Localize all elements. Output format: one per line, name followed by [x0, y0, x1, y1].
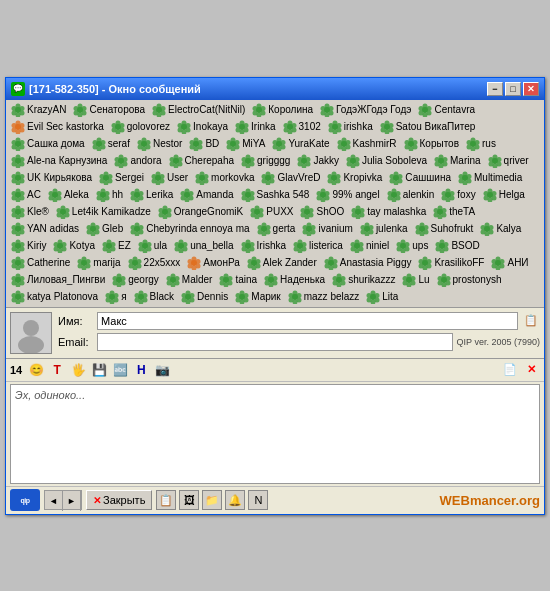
contact-item[interactable]: YAN adidas [8, 221, 82, 237]
contact-item[interactable]: hh [93, 187, 126, 203]
contact-item[interactable]: GlavVreD [258, 170, 323, 186]
contact-item[interactable]: qriver [485, 153, 532, 169]
status-icon-5[interactable]: N [248, 490, 268, 510]
contact-item[interactable]: BD [186, 136, 222, 152]
contact-item[interactable]: seraf [89, 136, 133, 152]
contact-item[interactable]: Multimedia [455, 170, 525, 186]
contact-item[interactable]: 22x5xxx [125, 255, 184, 271]
contact-item[interactable]: grigggg [238, 153, 293, 169]
maximize-button[interactable]: □ [505, 82, 521, 96]
save-icon[interactable]: 💾 [90, 361, 108, 379]
contact-item[interactable]: Sashka 548 [238, 187, 313, 203]
h-icon[interactable]: H [132, 361, 150, 379]
hand-icon[interactable]: 🖐 [69, 361, 87, 379]
contact-item[interactable]: Lita [363, 289, 401, 305]
name-icon[interactable]: 📋 [522, 312, 540, 330]
contact-item[interactable]: prostonysh [434, 272, 505, 288]
contact-item[interactable]: taina [216, 272, 260, 288]
smiley-icon[interactable]: 😊 [27, 361, 45, 379]
contact-item[interactable]: Evil Sec kastorka [8, 119, 107, 135]
status-icon-3[interactable]: 📁 [202, 490, 222, 510]
contact-item[interactable]: ShOO [297, 204, 347, 220]
window-close-button[interactable]: ✕ [523, 82, 539, 96]
contact-item[interactable]: gerta [254, 221, 299, 237]
contact-item[interactable]: Black [131, 289, 177, 305]
contact-item[interactable]: ГодэЖГодэ Годэ [317, 102, 414, 118]
contact-item[interactable]: shurikazzz [329, 272, 398, 288]
contact-item[interactable]: EZ [99, 238, 134, 254]
contact-item[interactable]: Kotya [50, 238, 98, 254]
contact-item[interactable]: ula [135, 238, 170, 254]
contact-item[interactable]: ups [393, 238, 431, 254]
contact-item[interactable]: KrazyAN [8, 102, 69, 118]
status-icon-4[interactable]: 🔔 [225, 490, 245, 510]
contact-item[interactable]: Kalya [477, 221, 524, 237]
contact-item[interactable]: listerica [290, 238, 346, 254]
contact-item[interactable]: Kropivka [324, 170, 385, 186]
contact-item[interactable]: OrangeGnomiK [155, 204, 246, 220]
photo-icon[interactable]: 📷 [153, 361, 171, 379]
contact-item[interactable]: Irinka [232, 119, 278, 135]
toolbar-close-icon[interactable]: ✕ [522, 361, 540, 379]
contact-item[interactable]: ivanium [299, 221, 355, 237]
contact-item[interactable]: Dennis [178, 289, 231, 305]
contact-item[interactable]: ElectroCat(NitNil) [149, 102, 248, 118]
font-icon[interactable]: T [48, 361, 66, 379]
contact-item[interactable]: marija [74, 255, 123, 271]
contact-item[interactable]: Irishka [238, 238, 289, 254]
contact-item[interactable]: Nestor [134, 136, 185, 152]
contact-item[interactable]: Марик [232, 289, 284, 305]
contact-item[interactable]: golovorez [108, 119, 173, 135]
name-input[interactable] [97, 312, 518, 330]
contact-item[interactable]: julenka [357, 221, 411, 237]
message-area[interactable]: Эх, одиноко... [10, 384, 540, 484]
contact-item[interactable]: mazz belazz [285, 289, 363, 305]
contact-item[interactable]: Centavra [415, 102, 478, 118]
contact-item[interactable]: Anastasia Piggy [321, 255, 415, 271]
contact-item[interactable]: User [148, 170, 191, 186]
contact-item[interactable]: andora [111, 153, 164, 169]
contact-item[interactable]: katya Platonova [8, 289, 101, 305]
contact-item[interactable]: Jakky [294, 153, 342, 169]
contact-item[interactable]: 3102 [280, 119, 324, 135]
contact-item[interactable]: Корытов [401, 136, 462, 152]
contact-item[interactable]: Лиловая_Пингви [8, 272, 108, 288]
contact-item[interactable]: АНИ [488, 255, 531, 271]
status-icon-1[interactable]: 📋 [156, 490, 176, 510]
contact-item[interactable]: Cherepaha [166, 153, 237, 169]
contact-item[interactable]: Julia Soboleva [343, 153, 430, 169]
contact-item[interactable]: Chebyrinda ennoya ma [127, 221, 252, 237]
contact-item[interactable]: UK Кирьякова [8, 170, 95, 186]
contact-item[interactable]: YuraKate [269, 136, 332, 152]
contact-item[interactable]: Satou ВикаПитер [377, 119, 479, 135]
contact-item[interactable]: Lu [399, 272, 432, 288]
contact-item[interactable]: BSOD [432, 238, 482, 254]
contact-item[interactable]: rus [463, 136, 499, 152]
contact-item[interactable]: Сашка дома [8, 136, 88, 152]
contact-item[interactable]: Сашшина [386, 170, 454, 186]
contact-item[interactable]: tay malashka [348, 204, 429, 220]
attach-icon[interactable]: 📄 [501, 361, 519, 379]
contact-item[interactable]: Inokaya [174, 119, 231, 135]
contact-item[interactable]: Alek Zander [244, 255, 320, 271]
contact-item[interactable]: alenkin [384, 187, 438, 203]
status-icon-2[interactable]: 🖼 [179, 490, 199, 510]
contact-item[interactable]: morkovka [192, 170, 257, 186]
contact-item[interactable]: Let4ik Kamikadze [53, 204, 154, 220]
contact-item[interactable]: Наденька [261, 272, 328, 288]
contact-item[interactable]: я [102, 289, 129, 305]
contact-item[interactable]: Catherine [8, 255, 73, 271]
contact-item[interactable]: Lerika [127, 187, 176, 203]
contact-item[interactable]: KashmirR [334, 136, 400, 152]
contact-item[interactable]: Suhofrukt [412, 221, 477, 237]
contact-item[interactable]: Marina [431, 153, 484, 169]
contact-item[interactable]: Сенаторова [70, 102, 148, 118]
email-input[interactable] [97, 333, 453, 351]
contact-item[interactable]: AC [8, 187, 44, 203]
close-button[interactable]: ✕ Закрыть [86, 490, 152, 510]
minimize-button[interactable]: − [487, 82, 503, 96]
contact-item[interactable]: Amanda [177, 187, 236, 203]
nav-next-button[interactable]: ► [63, 491, 81, 511]
contact-item[interactable]: Malder [163, 272, 216, 288]
contact-item[interactable]: KrasilikoFF [415, 255, 487, 271]
